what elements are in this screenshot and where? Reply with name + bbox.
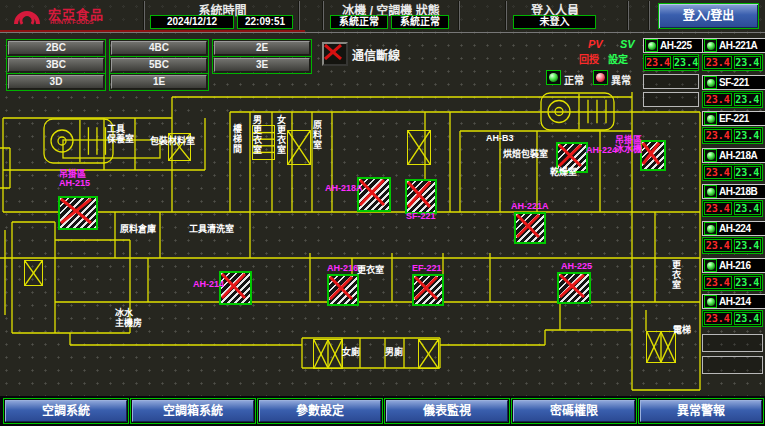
login-user-value: 未登入 xyxy=(513,15,596,29)
pv-value: 23.4 xyxy=(704,166,732,179)
unit-label-line: AH-225 xyxy=(561,262,592,271)
hmi-screen: 吊掛區AH-215AH-214AH-218ASF-221AH-216EF-221… xyxy=(0,0,765,426)
floor-button-4BC[interactable]: 4BC xyxy=(111,41,207,55)
unit-label-2: AH-218A xyxy=(325,184,363,193)
stairs-icon xyxy=(287,130,311,165)
unit-label-line: EF-221 xyxy=(412,264,442,273)
nav-button-2[interactable]: 空調箱系統 xyxy=(132,400,254,422)
unit-label-5: EF-221 xyxy=(412,264,442,273)
divider xyxy=(627,1,629,30)
floor-button-1E[interactable]: 1E xyxy=(111,75,207,89)
pv-value: 23.4 xyxy=(645,56,671,69)
led-dot xyxy=(707,79,715,87)
sv-value: 23.4 xyxy=(734,312,762,325)
unit-box-4[interactable] xyxy=(327,274,359,306)
room-label: 更衣室 xyxy=(671,260,681,290)
floor-button-2E[interactable]: 2E xyxy=(214,41,310,55)
floor-button-3BC[interactable]: 3BC xyxy=(8,58,104,72)
floor-button-group: 5BC xyxy=(109,56,209,74)
room-label: 乾燥室 xyxy=(550,167,577,177)
system-date-value: 2024/12/12 xyxy=(150,15,234,29)
room-label: 女廁 xyxy=(342,347,360,357)
sv-column-header: SV xyxy=(620,38,635,50)
login-logout-button[interactable]: 登入/登出 xyxy=(658,3,759,29)
sidebar-unit-AH-221A[interactable]: AH-221A xyxy=(702,38,765,53)
sidebar-unit-EF-221[interactable]: EF-221 xyxy=(702,111,765,126)
unit-name-label: AH-214 xyxy=(719,296,750,307)
status-led-icon xyxy=(704,39,717,52)
sidebar-unit-AH-216[interactable]: AH-216 xyxy=(702,258,765,273)
unit-box-0[interactable] xyxy=(58,196,98,230)
nav-button-4[interactable]: 儀表監視 xyxy=(386,400,508,422)
room-label: 原料室 xyxy=(312,120,322,150)
nav-button-group: 參數設定 xyxy=(257,398,383,424)
floor-button-3E[interactable]: 3E xyxy=(214,58,310,72)
room-label: 工具 保養室 xyxy=(107,124,134,144)
room-label: 包裝材料室 xyxy=(150,136,195,146)
unit-name-label: AH-218A xyxy=(719,150,757,161)
unit-box-9[interactable] xyxy=(640,140,666,171)
sidebar-unit-AH-218A[interactable]: AH-218A xyxy=(702,148,765,163)
sidebar-unit-AH-224[interactable]: AH-224 xyxy=(702,221,765,236)
stairs-icon xyxy=(313,339,343,369)
unit-values: 23.423.4 xyxy=(702,200,763,217)
nav-button-1[interactable]: 空調系統 xyxy=(5,400,127,422)
unit-name-label: AH-225 xyxy=(660,40,691,51)
unit-name-label: AH-216 xyxy=(719,260,750,271)
stairs-icon xyxy=(407,130,431,165)
room-label: 男更衣室 xyxy=(252,115,262,155)
floor-button-5BC[interactable]: 5BC xyxy=(111,58,207,72)
sv-value: 23.4 xyxy=(734,56,762,69)
nav-button-group: 空調箱系統 xyxy=(130,398,256,424)
status-led-icon xyxy=(645,39,658,52)
nav-button-5[interactable]: 密碼權限 xyxy=(513,400,635,422)
unit-values: 23.423.4 xyxy=(643,54,699,71)
sidebar-empty-slot xyxy=(643,74,699,89)
sidebar-unit-SF-221[interactable]: SF-221 xyxy=(702,75,765,90)
sidebar-empty-slot xyxy=(643,92,699,107)
pv-column-header: PV xyxy=(588,38,603,50)
offline-x-icon xyxy=(558,144,582,167)
brand-logo-icon xyxy=(8,2,46,30)
brand-name-en: HUNYA FOODS xyxy=(50,19,94,25)
divider xyxy=(458,1,460,30)
unit-name-label: AH-221A xyxy=(719,40,757,51)
pv-value: 23.4 xyxy=(704,93,732,106)
floor-button-2BC[interactable]: 2BC xyxy=(8,41,104,55)
sv-value: 23.4 xyxy=(734,202,762,215)
setpoint-column-header: 設定 xyxy=(608,51,628,66)
floor-button-group: 3E xyxy=(212,56,312,74)
header-bar: 宏亞食品 HUNYA FOODS 系統時間 2024/12/12 22:09:5… xyxy=(0,0,765,33)
ac-status-value: 系統正常 xyxy=(391,15,449,29)
feedback-column-header: 回授 xyxy=(579,51,599,66)
unit-box-5[interactable] xyxy=(412,274,444,306)
nav-button-group: 空調系統 xyxy=(3,398,129,424)
room-label: 工具清洗室 xyxy=(189,224,234,234)
unit-box-8[interactable] xyxy=(557,272,591,304)
nav-button-6[interactable]: 異常警報 xyxy=(640,400,762,422)
divider xyxy=(505,1,507,30)
offline-x-icon xyxy=(414,276,438,300)
sidebar-unit-AH-214[interactable]: AH-214 xyxy=(702,294,765,309)
sidebar-unit-AH-225[interactable]: AH-225 xyxy=(643,38,703,53)
unit-values: 23.423.4 xyxy=(702,164,763,181)
nav-button-3[interactable]: 參數設定 xyxy=(259,400,381,422)
sv-value: 23.4 xyxy=(734,166,762,179)
unit-box-3[interactable] xyxy=(405,179,437,214)
unit-label-line: AH-214 xyxy=(193,280,224,289)
sidebar-unit-AH-218B[interactable]: AH-218B xyxy=(702,184,765,199)
nav-button-group: 儀表監視 xyxy=(384,398,510,424)
led-dot xyxy=(707,225,715,233)
comm-loss-x-icon xyxy=(322,42,348,66)
unit-values: 23.423.4 xyxy=(702,274,763,291)
pv-value: 23.4 xyxy=(704,56,732,69)
bottom-nav-bar: 空調系統空調箱系統參數設定儀表監視密碼權限異常警報 xyxy=(0,396,765,426)
stairs-icon xyxy=(418,339,439,369)
floor-button-3D[interactable]: 3D xyxy=(8,75,104,89)
unit-values: 23.423.4 xyxy=(702,310,763,327)
unit-box-6[interactable] xyxy=(514,212,546,244)
room-label: 冰水 主機房 xyxy=(115,308,142,328)
room-label: 烘焙包裝室 xyxy=(503,149,548,159)
unit-name-label: SF-221 xyxy=(719,77,749,88)
header-red-divider xyxy=(0,30,305,32)
